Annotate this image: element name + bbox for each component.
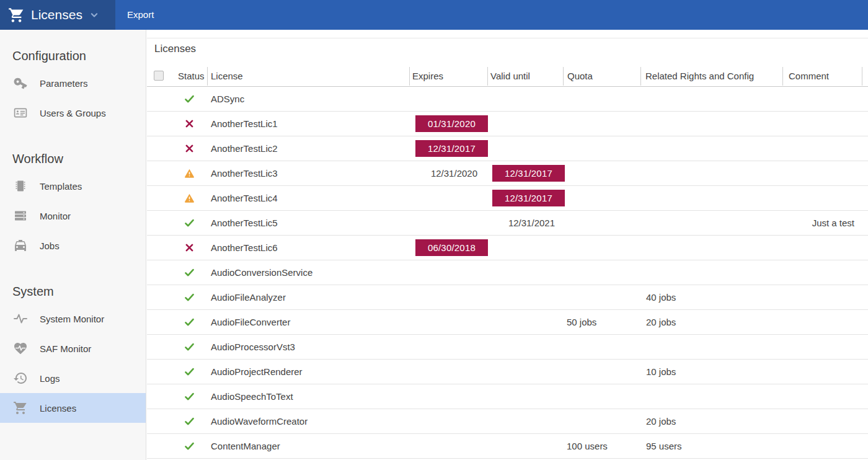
sidebar-item-label: System Monitor <box>40 314 104 324</box>
status-cell <box>184 161 195 185</box>
sidebar-item-label: Logs <box>40 373 60 384</box>
status-cell <box>184 434 195 458</box>
sidebar-item-saf-monitor[interactable]: SAF Monitor <box>0 334 146 363</box>
column-divider[interactable] <box>862 67 862 86</box>
table-row[interactable]: AudioWaveformCreator20 jobs <box>147 409 868 434</box>
quota-cell: 50 jobs <box>567 310 596 334</box>
comment-cell <box>782 409 862 433</box>
expires-cell <box>410 360 488 384</box>
chevron-down-icon <box>88 9 100 21</box>
section-title: Workflow <box>0 151 146 166</box>
sidebar-item-logs[interactable]: Logs <box>0 363 146 393</box>
license-name: AudioFileAnalyzer <box>211 285 286 309</box>
column-header-valid-until[interactable]: Valid until <box>490 65 530 87</box>
table-row[interactable]: AudioProjectRenderer10 jobs <box>147 360 868 384</box>
sidebar-item-monitor[interactable]: Monitor <box>0 201 146 231</box>
menu-export[interactable]: Export <box>127 0 154 30</box>
table-header: Status License Expires Valid until Quota… <box>147 65 868 87</box>
column-divider[interactable] <box>487 67 488 86</box>
expired-date-badge: 12/31/2017 <box>415 140 488 157</box>
valid-until-cell <box>487 87 565 111</box>
license-name: ADSync <box>211 87 244 111</box>
license-name: AnotherTestLic6 <box>211 236 278 260</box>
status-ok-icon <box>184 292 195 303</box>
sidebar-item-label: Monitor <box>40 211 71 221</box>
column-header-quota[interactable]: Quota <box>567 65 593 87</box>
status-ok-icon <box>184 441 195 451</box>
content-divider <box>147 38 868 38</box>
license-name: AudioProjectRenderer <box>211 360 303 384</box>
sidebar-item-parameters[interactable]: Parameters <box>0 68 146 98</box>
table-row[interactable]: AnotherTestLic512/31/2021Just a test <box>147 211 868 236</box>
comment-cell <box>782 87 862 111</box>
sidebar-item-users-groups[interactable]: Users & Groups <box>0 98 146 128</box>
sidebar: ConfigurationParametersUsers & GroupsWor… <box>0 30 146 460</box>
valid-until-cell <box>487 335 565 359</box>
column-header-status[interactable]: Status <box>178 65 207 87</box>
table-row[interactable]: AnotherTestLic101/31/2020 <box>147 112 868 136</box>
table-row[interactable]: ContentManager100 users95 users <box>147 434 868 459</box>
column-divider[interactable] <box>207 67 208 86</box>
select-all-checkbox[interactable] <box>154 71 164 81</box>
column-header-expires[interactable]: Expires <box>412 65 443 87</box>
sidebar-item-templates[interactable]: Templates <box>0 171 146 201</box>
valid-until-cell: 12/31/2021 <box>487 211 565 235</box>
date-text: 12/31/2020 <box>431 168 477 179</box>
valid-until-cell <box>487 136 565 161</box>
id-card-icon <box>12 105 28 121</box>
valid-until-cell <box>487 260 565 285</box>
sidebar-item-label: Templates <box>40 181 82 192</box>
valid-until-cell <box>487 409 565 433</box>
status-cell <box>184 409 195 433</box>
expired-date-badge: 12/31/2017 <box>492 190 565 206</box>
status-cell <box>184 211 195 235</box>
cart-icon <box>8 7 25 24</box>
expires-cell <box>410 285 488 309</box>
related-rights-cell: 95 users <box>646 434 682 458</box>
quota-cell: 100 users <box>567 434 608 458</box>
expires-cell <box>410 186 488 210</box>
table-row[interactable]: AudioSpeechToText <box>147 384 868 409</box>
sidebar-item-label: Users & Groups <box>40 108 106 118</box>
valid-until-cell <box>487 360 565 384</box>
sidebar-item-jobs[interactable]: Jobs <box>0 231 146 260</box>
comment-cell <box>782 335 862 359</box>
app-switcher-button[interactable]: Licenses <box>0 0 115 30</box>
license-name: ContentManager <box>211 434 280 458</box>
column-divider[interactable] <box>782 67 783 86</box>
key-icon <box>12 76 28 91</box>
license-name: AnotherTestLic4 <box>211 186 278 210</box>
column-divider[interactable] <box>409 67 410 86</box>
table-row[interactable]: AudioProcessorVst3 <box>147 335 868 360</box>
table-row[interactable]: AudioFileAnalyzer40 jobs <box>147 285 868 310</box>
sidebar-item-system-monitor[interactable]: System Monitor <box>0 304 146 334</box>
column-header-license[interactable]: License <box>211 65 243 87</box>
license-name: AudioSpeechToText <box>211 384 293 409</box>
sidebar-item-label: SAF Monitor <box>40 343 91 354</box>
pulse-icon <box>12 311 28 327</box>
history-icon <box>12 371 28 386</box>
table-row[interactable]: AnotherTestLic606/30/2018 <box>147 236 868 260</box>
table-row[interactable]: AudioConversionService <box>147 260 868 285</box>
table-row[interactable]: AnotherTestLic212/31/2017 <box>147 136 868 161</box>
heart-pulse-icon <box>12 341 28 356</box>
sidebar-item-licenses[interactable]: Licenses <box>0 393 146 423</box>
column-divider[interactable] <box>640 67 641 86</box>
status-cell <box>184 236 195 260</box>
table-row[interactable]: AnotherTestLic312/31/202012/31/2017 <box>147 161 868 186</box>
status-cell <box>184 285 195 309</box>
comment-cell <box>782 310 862 334</box>
expires-cell: 01/31/2020 <box>410 112 488 136</box>
status-ok-icon <box>184 342 195 352</box>
templates-icon <box>12 179 28 194</box>
column-divider[interactable] <box>563 67 564 86</box>
table-row[interactable]: ADSync <box>147 87 868 112</box>
column-header-comment[interactable]: Comment <box>789 65 829 87</box>
table-row[interactable]: AudioFileConverter50 jobs20 jobs <box>147 310 868 335</box>
column-header-related-rights[interactable]: Related Rights and Config <box>645 65 754 87</box>
taxi-icon <box>12 238 28 254</box>
status-ok-icon <box>184 94 195 104</box>
status-ok-icon <box>184 366 195 377</box>
cart-icon <box>12 400 28 416</box>
table-row[interactable]: AnotherTestLic412/31/2017 <box>147 186 868 211</box>
